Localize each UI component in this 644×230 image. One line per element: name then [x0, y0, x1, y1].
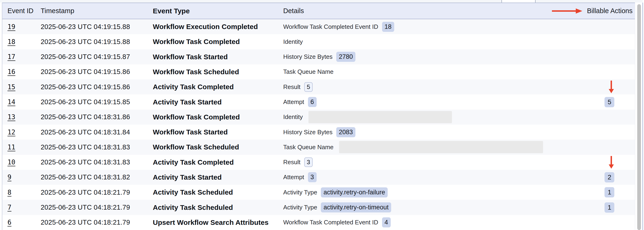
red-arrow-right-icon: [552, 8, 583, 14]
redacted-value-block: [339, 141, 543, 153]
vertical-scrollbar[interactable]: [637, 4, 641, 230]
event-id-link[interactable]: 13: [8, 113, 16, 121]
billable-cell: [588, 80, 635, 94]
header-timestamp: Timestamp: [41, 7, 153, 15]
table-row[interactable]: 172025-06-23 UTC 04:19:15.87Workflow Tas…: [2, 49, 635, 64]
event-id-link[interactable]: 10: [8, 158, 16, 166]
event-id-cell: 17: [2, 53, 41, 61]
event-id-link[interactable]: 8: [8, 189, 12, 196]
detail-cell: Identity: [283, 38, 588, 45]
header-billable-actions-label: Billable Actions: [587, 7, 632, 15]
event-id-cell: 15: [2, 83, 41, 91]
detail-cell: History Size Bytes2083: [283, 127, 588, 137]
event-id-link[interactable]: 18: [8, 38, 16, 46]
detail-cell: Task Queue Name: [283, 141, 588, 153]
event-id-cell: 13: [2, 113, 41, 121]
billable-cell: [588, 156, 635, 169]
timestamp-cell: 2025-06-23 UTC 04:19:15.88: [41, 38, 153, 46]
timestamp-cell: 2025-06-23 UTC 04:18:31.83: [41, 158, 153, 166]
table-row[interactable]: 92025-06-23 UTC 04:18:31.82Activity Task…: [2, 170, 635, 185]
event-type-cell: Workflow Task Completed: [153, 113, 283, 121]
event-id-cell: 12: [2, 128, 41, 136]
event-type-cell: Activity Task Completed: [153, 83, 283, 91]
detail-value-badge: activity.retry-on-timeout: [321, 202, 391, 212]
billable-cell: 5: [588, 97, 635, 107]
event-id-cell: 18: [2, 38, 41, 46]
table-row[interactable]: 112025-06-23 UTC 04:18:31.83Workflow Tas…: [2, 140, 635, 155]
event-id-cell: 16: [2, 68, 41, 76]
event-id-link[interactable]: 7: [8, 203, 12, 211]
table-row[interactable]: 62025-06-23 UTC 04:18:21.79Upsert Workfl…: [2, 215, 635, 230]
detail-value-badge: 2780: [336, 52, 356, 62]
detail-label: Activity Type: [283, 204, 317, 211]
header-details: Details Billable Actions: [283, 7, 635, 15]
event-rows: 192025-06-23 UTC 04:19:15.88Workflow Exe…: [2, 19, 635, 230]
event-type-cell: Activity Task Started: [153, 98, 283, 106]
event-type-cell: Workflow Execution Completed: [153, 23, 283, 31]
table-row[interactable]: 152025-06-23 UTC 04:19:15.86Activity Tas…: [2, 79, 635, 94]
event-type-cell: Workflow Task Scheduled: [153, 143, 283, 151]
timestamp-cell: 2025-06-23 UTC 04:19:15.86: [41, 83, 153, 91]
header-event-type-label: Event Type: [153, 7, 190, 15]
detail-value-badge: 3: [308, 172, 317, 182]
detail-cell: Result5: [283, 82, 588, 92]
header-event-id: Event ID: [2, 7, 41, 15]
billable-count-badge: 2: [604, 172, 614, 182]
billable-count-badge: 1: [604, 187, 614, 197]
table-row[interactable]: 132025-06-23 UTC 04:18:31.86Workflow Tas…: [2, 109, 635, 125]
event-type-cell: Activity Task Started: [153, 173, 283, 181]
event-id-link[interactable]: 9: [8, 173, 12, 181]
detail-cell: History Size Bytes2780: [283, 52, 588, 62]
event-id-cell: 7: [2, 203, 41, 211]
detail-label: Task Queue Name: [283, 144, 334, 151]
event-id-cell: 14: [2, 98, 41, 106]
table-row[interactable]: 182025-06-23 UTC 04:19:15.88Workflow Tas…: [2, 34, 635, 49]
table-row[interactable]: 82025-06-23 UTC 04:18:21.79Activity Task…: [2, 185, 635, 200]
top-strip: [0, 0, 642, 3]
table-row[interactable]: 142025-06-23 UTC 04:19:15.85Activity Tas…: [2, 94, 635, 109]
event-id-link[interactable]: 11: [8, 143, 16, 151]
detail-value-badge: 2083: [336, 127, 356, 137]
event-type-cell: Workflow Task Completed: [153, 38, 283, 46]
table-row[interactable]: 72025-06-23 UTC 04:18:21.79Activity Task…: [2, 200, 635, 215]
event-id-cell: 6: [2, 218, 41, 226]
table-row[interactable]: 122025-06-23 UTC 04:18:31.84Workflow Tas…: [2, 125, 635, 140]
event-type-cell: Workflow Task Scheduled: [153, 68, 283, 76]
detail-cell: Result3: [283, 157, 588, 167]
detail-label: Result: [283, 159, 300, 166]
event-type-cell: Upsert Workflow Search Attributes: [153, 218, 283, 226]
timestamp-cell: 2025-06-23 UTC 04:19:15.86: [41, 68, 153, 76]
detail-cell: Attempt6: [283, 97, 588, 107]
detail-cell: Identity: [283, 111, 588, 123]
billable-cell: 1: [588, 187, 635, 197]
table-row[interactable]: 192025-06-23 UTC 04:19:15.88Workflow Exe…: [2, 19, 635, 34]
table-row[interactable]: 102025-06-23 UTC 04:18:31.83Activity Tas…: [2, 155, 635, 170]
event-id-link[interactable]: 15: [8, 83, 16, 91]
timestamp-cell: 2025-06-23 UTC 04:18:31.86: [41, 113, 153, 121]
timestamp-cell: 2025-06-23 UTC 04:18:31.84: [41, 128, 153, 136]
detail-label: History Size Bytes: [283, 53, 332, 60]
event-id-link[interactable]: 6: [8, 218, 12, 226]
timestamp-cell: 2025-06-23 UTC 04:19:15.85: [41, 98, 153, 106]
event-id-cell: 19: [2, 23, 41, 31]
detail-cell: Task Queue Name: [283, 68, 588, 75]
detail-value-badge: 5: [304, 82, 313, 92]
detail-label: Identity: [283, 113, 303, 121]
event-id-link[interactable]: 19: [8, 23, 16, 31]
detail-cell: Activity Typeactivity.retry-on-failure: [283, 187, 588, 197]
detail-label: Identity: [283, 38, 303, 45]
header-timestamp-label: Timestamp: [41, 7, 74, 15]
event-id-link[interactable]: 17: [8, 53, 16, 61]
table-row[interactable]: 162025-06-23 UTC 04:19:15.86Workflow Tas…: [2, 64, 635, 79]
event-id-link[interactable]: 16: [8, 68, 16, 76]
detail-label: Workflow Task Completed Event ID: [283, 219, 378, 226]
detail-value-badge: 3: [304, 157, 313, 167]
detail-cell: Workflow Task Completed Event ID4: [283, 217, 588, 227]
event-history-table: Event ID Timestamp Event Type Details Bi…: [2, 3, 635, 230]
event-id-link[interactable]: 12: [8, 128, 16, 136]
detail-value-badge: 18: [382, 22, 394, 32]
red-arrow-down-icon: [608, 80, 614, 94]
header-details-label: Details: [283, 7, 304, 15]
event-id-link[interactable]: 14: [8, 98, 16, 106]
billable-cell: 2: [588, 172, 635, 182]
